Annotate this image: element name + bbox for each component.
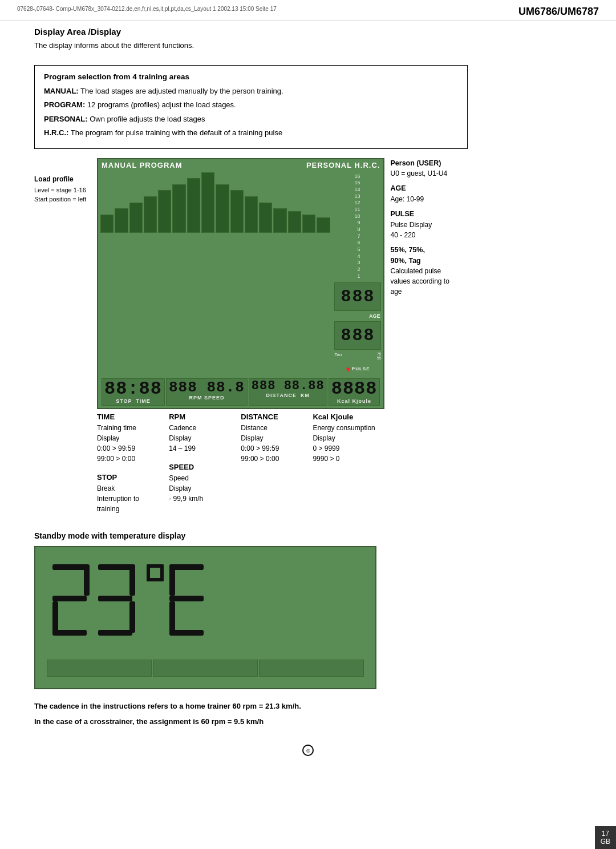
- svg-rect-8: [129, 601, 135, 633]
- pulse-info: PULSE Pulse Display40 - 220: [390, 209, 476, 240]
- svg-rect-13: [147, 578, 164, 581]
- age-info-desc: Age: 10-99: [390, 194, 476, 204]
- bar-col-5: [158, 172, 171, 233]
- bar-col-1: [100, 172, 114, 233]
- manual-desc: The load stages are adjusted manually by…: [80, 87, 283, 95]
- age-info: AGE Age: 10-99: [390, 183, 476, 204]
- kcal-title: Kcal Kjoule: [313, 413, 379, 421]
- personal-desc: Own profile adjusts the load stages: [90, 115, 205, 123]
- load-bars: [98, 171, 332, 376]
- bar-col-12: [259, 172, 272, 233]
- age-digits-display: 888: [334, 282, 381, 311]
- person-title: Person (USER): [390, 158, 476, 169]
- tan-label: Tan: [334, 352, 342, 360]
- load-profile-label: Load profile Level = stage 1-16 Start po…: [34, 175, 91, 204]
- footer-note-2: In the case of a crosstrainer, the assig…: [34, 716, 582, 727]
- page-number: 17: [601, 830, 610, 838]
- svg-rect-15: [169, 564, 175, 596]
- letter-c: [169, 564, 204, 636]
- bar-col-13: [273, 172, 286, 233]
- program-item-personal: PERSONAL: Own profile adjusts the load s…: [44, 114, 458, 125]
- header-meta: 07628-,07648- Comp-UM678x_3074-0212.de,e…: [17, 6, 277, 12]
- time-seg-box: 88:88 STOP TIME: [102, 378, 165, 406]
- pulse-info-title: PULSE: [390, 209, 476, 220]
- bar-columns: [100, 172, 330, 233]
- percent-title: 55%, 75%,90%, Tag: [390, 245, 476, 266]
- speed-desc: SpeedDisplay- 99,9 km/h: [169, 473, 235, 504]
- bar-col-14: [288, 172, 301, 233]
- distance-title: DISTANCE: [241, 413, 307, 421]
- page-lang: GB: [601, 838, 610, 846]
- tag-digits: 888: [341, 326, 375, 345]
- kcal-desc: Energy consumptionDisplay0 > 99999990 > …: [313, 423, 379, 464]
- svg-rect-9: [98, 630, 132, 636]
- section-title: Display Area /Display: [34, 27, 582, 37]
- svg-rect-6: [129, 564, 135, 596]
- personal-label: PERSONAL:: [44, 115, 88, 123]
- age-info-title: AGE: [390, 183, 476, 194]
- bar-col-9: [216, 172, 229, 233]
- mode-left: MANUAL PROGRAM: [102, 161, 183, 169]
- program-box-title: Program selection from 4 training areas: [44, 72, 458, 81]
- load-profile-start: Start position = left: [34, 195, 91, 204]
- degree-symbol: [147, 564, 164, 581]
- kcal-label-block: Kcal Kjoule Energy consumptionDisplay0 >…: [313, 413, 384, 514]
- hrc-label: H.R.C.:: [44, 128, 68, 137]
- time-desc: Training timeDisplay0:00 > 99:5999:00 > …: [97, 423, 163, 464]
- bar-col-6: [172, 172, 185, 233]
- labels-row: TIME Training timeDisplay0:00 > 99:5999:…: [97, 413, 384, 514]
- stop-title: STOP: [97, 473, 163, 482]
- percent-desc: Calculated pulsevalues according toage: [390, 266, 476, 297]
- pulse-percent-labels: 7555: [377, 352, 382, 360]
- pulse-row: ♥ PULSE: [346, 365, 370, 374]
- page-badge: 17 GB: [595, 826, 616, 849]
- section-desc: The display informs about the different …: [34, 40, 228, 51]
- footer-notes: The cadence in the instructions refers t…: [34, 701, 582, 727]
- tag-digits-display: 888: [334, 321, 381, 350]
- bottom-target-circle: ◎: [302, 745, 314, 756]
- percent-info: 55%, 75%,90%, Tag Calculated pulsevalues…: [390, 245, 476, 297]
- svg-rect-16: [169, 596, 204, 601]
- right-nums-panel: 16 15 14 13 12 11 10 9 8 7 6 5 4: [332, 171, 383, 376]
- time-digits: 88:88: [104, 380, 162, 398]
- svg-rect-18: [169, 630, 204, 636]
- rpm-title: RPM: [169, 413, 235, 421]
- mode-bar: MANUAL PROGRAM PERSONAL H.R.C.: [98, 159, 383, 171]
- bar-col-15: [302, 172, 315, 233]
- standby-digits: [47, 559, 332, 654]
- rpm-digits: 888 88.8: [169, 380, 245, 395]
- program-desc: 12 programs (profiles) adjust the load s…: [87, 100, 236, 109]
- time-title: TIME: [97, 413, 163, 421]
- speed-title: SPEED: [169, 463, 235, 471]
- display-wrapper: Load profile Level = stage 1-16 Start po…: [34, 158, 582, 514]
- bar-col-10: [230, 172, 244, 233]
- svg-rect-1: [84, 564, 90, 596]
- standby-cell-1: [47, 660, 152, 677]
- program-item-program: PROGRAM: 12 programs (profiles) adjust t…: [44, 99, 458, 111]
- distance-seg-label: DISTANCE KM: [266, 393, 310, 398]
- bar-col-4: [144, 172, 157, 233]
- bar-col-11: [245, 172, 258, 233]
- green-display-panel: MANUAL PROGRAM PERSONAL H.R.C.: [97, 158, 384, 409]
- distance-seg-box: 888 88.88 DISTANCE KM: [249, 378, 327, 406]
- program-item-manual: MANUAL: The load stages are adjusted man…: [44, 86, 458, 97]
- age-tag: AGE: [334, 313, 381, 319]
- heart-icon: ♥: [346, 365, 350, 374]
- standby-title: Standby mode with temperature display: [34, 531, 582, 540]
- manual-label: MANUAL:: [44, 87, 79, 95]
- standby-bottom: [47, 660, 364, 677]
- bar-col-3: [129, 172, 143, 233]
- green-panel-top: 16 15 14 13 12 11 10 9 8 7 6 5 4: [98, 171, 383, 376]
- kcal-seg-label: Kcal Kjoule: [337, 398, 371, 404]
- standby-display: [34, 546, 376, 689]
- digit-2: [52, 564, 90, 636]
- mode-right: PERSONAL H.R.C.: [306, 161, 380, 169]
- bar-col-16: [317, 172, 330, 233]
- program-box: Program selection from 4 training areas …: [34, 65, 468, 149]
- svg-rect-4: [52, 630, 87, 636]
- svg-rect-0: [52, 564, 87, 570]
- age-digits: 888: [341, 287, 375, 306]
- load-profile-level: Level = stage 1-16: [34, 185, 91, 195]
- standby-cell-3: [259, 660, 364, 677]
- rpm-label-block: RPM CadenceDisplay14 – 199 SPEED SpeedDi…: [169, 413, 241, 514]
